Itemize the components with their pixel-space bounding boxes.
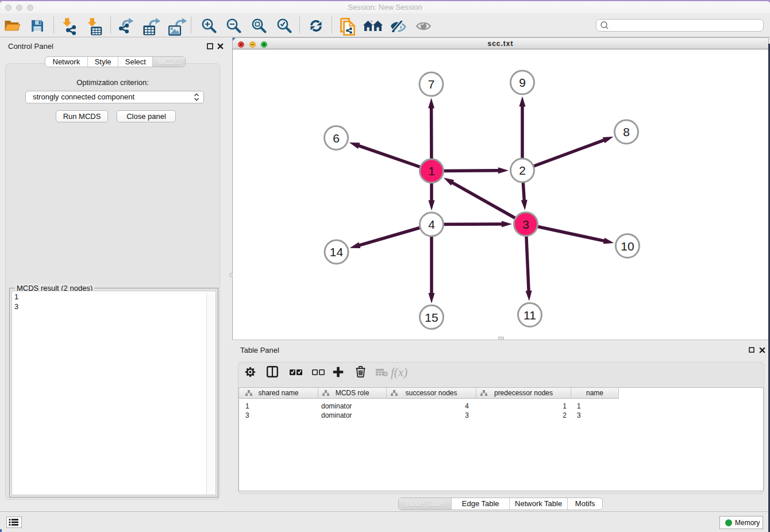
svg-text:15: 15 [425, 311, 438, 324]
svg-text:3: 3 [522, 218, 529, 231]
svg-text:14: 14 [330, 245, 344, 259]
svg-text:4: 4 [428, 218, 435, 231]
svg-text:2: 2 [519, 164, 526, 177]
svg-text:6: 6 [333, 132, 340, 145]
svg-text:8: 8 [623, 125, 630, 138]
svg-text:7: 7 [428, 78, 435, 91]
svg-text:9: 9 [519, 76, 526, 89]
svg-text:11: 11 [523, 309, 536, 322]
svg-text:10: 10 [621, 240, 634, 253]
svg-text:1: 1 [428, 164, 435, 178]
